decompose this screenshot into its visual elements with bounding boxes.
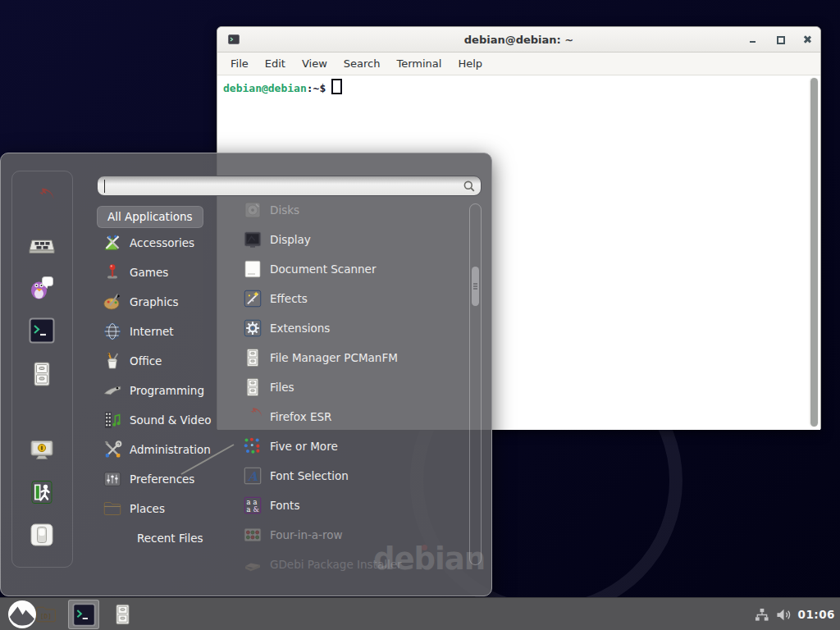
globe-icon	[103, 322, 122, 341]
terminal-cursor	[331, 79, 342, 94]
taskbar-file-manager-icon[interactable]	[112, 602, 134, 627]
administration-icon	[103, 440, 122, 459]
app-gdebi-package-installer[interactable]: GDebi Package Installer	[235, 550, 467, 575]
search-caret	[104, 180, 105, 193]
terminal-scrollbar-thumb[interactable]	[810, 78, 818, 427]
preferences-icon	[103, 469, 122, 489]
app-disks[interactable]: Disks	[235, 195, 467, 225]
app-extensions[interactable]: Extensions	[235, 313, 467, 343]
menu-view[interactable]: View	[294, 54, 336, 73]
category-internet[interactable]: Internet	[103, 317, 238, 346]
network-icon[interactable]	[754, 608, 769, 622]
lock-screen-icon[interactable]	[29, 436, 55, 463]
firefox-favorite-icon[interactable]	[29, 187, 55, 213]
minimize-icon[interactable]	[748, 34, 758, 44]
app-file-manager-pcmanfm[interactable]: File Manager PCManFM	[235, 343, 467, 372]
graphics-icon	[103, 292, 122, 312]
close-icon[interactable]	[802, 34, 812, 44]
folder-icon	[103, 499, 122, 518]
pidgin-favorite-icon[interactable]	[29, 274, 55, 300]
terminal-window-title: debian@debian: ~	[217, 34, 820, 46]
programming-icon	[103, 381, 122, 400]
menu-search[interactable]: Search	[336, 54, 389, 73]
app-fonts[interactable]: Fonts	[235, 491, 467, 520]
terminal-titlebar[interactable]: debian@debian: ~	[217, 27, 820, 52]
four-in-a-row-icon	[243, 525, 262, 545]
effects-icon	[243, 289, 262, 308]
terminal-favorite-icon[interactable]	[29, 317, 55, 344]
category-recent-files[interactable]: Recent Files	[103, 523, 238, 553]
extensions-icon	[243, 318, 262, 338]
app-font-selection[interactable]: Font Selection	[235, 461, 467, 491]
keypad-favorite-icon[interactable]	[29, 232, 55, 258]
search-icon[interactable]	[463, 180, 476, 193]
menu-button-icon[interactable]	[7, 600, 37, 629]
app-four-in-a-row[interactable]: Four-in-a-row	[235, 520, 467, 550]
prompt-user-host: debian@debian	[223, 82, 307, 94]
file-cabinet-icon	[243, 348, 262, 368]
file-cabinet-icon	[243, 377, 262, 397]
app-search-box	[97, 176, 482, 196]
package-icon	[243, 555, 262, 574]
shutdown-icon[interactable]	[29, 522, 55, 548]
category-administration[interactable]: Administration	[103, 435, 238, 464]
font-selection-icon	[243, 466, 262, 486]
category-graphics[interactable]: Graphics	[103, 287, 238, 317]
category-games[interactable]: Games	[103, 258, 238, 287]
volume-icon[interactable]	[776, 608, 792, 622]
category-preferences[interactable]: Preferences	[103, 464, 238, 494]
logout-icon[interactable]	[29, 479, 55, 505]
favorites-column	[11, 171, 73, 568]
display-icon	[243, 230, 262, 249]
application-menu: All Applications Accessories Games Graph…	[0, 153, 492, 596]
app-firefox-esr[interactable]: Firefox ESR	[235, 402, 467, 431]
category-office[interactable]: Office	[103, 346, 238, 376]
prompt-suffix: :~$	[307, 82, 326, 94]
taskbar: 01:06	[0, 597, 840, 630]
scanner-icon	[243, 259, 262, 279]
disks-icon	[243, 200, 262, 220]
menu-edit[interactable]: Edit	[257, 54, 294, 73]
applications-scrollbar-thumb[interactable]	[472, 267, 479, 306]
firefox-icon	[243, 407, 262, 427]
file-manager-favorite-icon[interactable]	[29, 361, 55, 387]
scrollbar-grip	[473, 283, 477, 285]
menu-file[interactable]: File	[222, 54, 257, 73]
terminal-icon	[72, 603, 96, 627]
category-accessories[interactable]: Accessories	[103, 228, 238, 258]
clock[interactable]: 01:06	[798, 608, 835, 621]
system-tray: 01:06	[754, 598, 835, 630]
sound-video-icon	[103, 410, 122, 430]
desktop-folder-icon[interactable]	[34, 603, 57, 626]
taskbar-terminal-button[interactable]	[68, 600, 99, 629]
accessories-icon	[103, 233, 122, 253]
app-display[interactable]: Display	[235, 225, 467, 254]
applications-scrollbar[interactable]	[469, 203, 482, 565]
terminal-menubar: File Edit View Search Terminal Help	[217, 52, 820, 75]
app-effects[interactable]: Effects	[235, 284, 467, 313]
menu-help[interactable]: Help	[450, 54, 491, 73]
fonts-icon	[243, 495, 262, 515]
app-document-scanner[interactable]: Document Scanner	[235, 254, 467, 284]
category-programming[interactable]: Programming	[103, 376, 238, 405]
app-search-input[interactable]	[104, 178, 452, 195]
applications-list: Disks Display Document Scanner Effects E…	[235, 195, 467, 575]
app-five-or-more[interactable]: Five or More	[235, 431, 467, 461]
desktop: debian debian@debian: ~ File Edit View S…	[0, 0, 840, 630]
maximize-icon[interactable]	[775, 34, 785, 44]
terminal-scrollbar[interactable]	[809, 77, 819, 427]
five-or-more-icon	[243, 436, 262, 456]
menu-terminal[interactable]: Terminal	[388, 54, 450, 73]
office-icon	[103, 351, 122, 371]
terminal-window-icon	[228, 34, 240, 45]
app-files[interactable]: Files	[235, 372, 467, 402]
games-icon	[103, 262, 122, 282]
category-all-applications[interactable]: All Applications	[97, 206, 203, 228]
category-sound-video[interactable]: Sound & Video	[103, 405, 238, 435]
category-places[interactable]: Places	[103, 494, 238, 523]
